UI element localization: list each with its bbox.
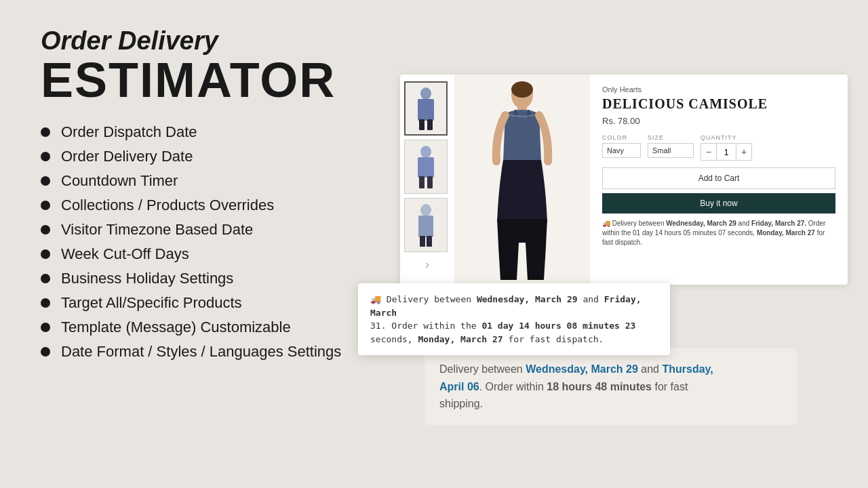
feature-label: Template (Message) Customizable <box>61 319 291 336</box>
add-to-cart-button[interactable]: Add to Cart <box>602 167 835 189</box>
feature-label: Order Dispatch Date <box>61 123 197 141</box>
buy-now-button[interactable]: Buy it now <box>602 193 835 214</box>
svg-rect-3 <box>427 119 433 130</box>
delivery-tooltip-1: 🚚 Delivery between Wednesday, March 29 a… <box>358 283 670 355</box>
feature-label: Date Format / Styles / Languages Setting… <box>61 343 341 361</box>
delivery-info-small: 🚚 Delivery between Wednesday, March 29 a… <box>602 219 835 247</box>
feature-label: Target All/Specific Products <box>61 294 242 312</box>
dispatch-day-1: Monday, March 27 <box>418 334 502 344</box>
bullet-icon <box>41 127 50 137</box>
feature-label: Week Cut-Off Days <box>61 245 189 263</box>
date-start-2: Wednesday, March 29 <box>526 363 638 375</box>
size-label: SIZE <box>648 134 694 141</box>
quantity-increase-button[interactable]: + <box>736 144 751 160</box>
model-svg <box>475 80 570 280</box>
color-select[interactable]: Navy Black White <box>602 143 641 158</box>
svg-point-4 <box>420 146 431 158</box>
list-item: Order Dispatch Date <box>41 123 393 141</box>
date-end-continued: 31. <box>370 321 386 331</box>
bullet-icon <box>41 176 50 186</box>
bullet-icon <box>41 225 50 235</box>
bullet-icon <box>41 298 50 308</box>
quantity-value: 1 <box>716 144 736 160</box>
product-details: Only Hearts DELICIOUS CAMISOLE Rs. 78.00… <box>590 75 848 285</box>
list-item: Visitor Timezone Based Date <box>41 221 393 239</box>
scroll-down-icon[interactable]: › <box>404 258 450 272</box>
svg-point-8 <box>420 204 431 216</box>
svg-rect-11 <box>427 236 432 247</box>
quantity-stepper: − 1 + <box>701 143 752 161</box>
thumbnail-1[interactable] <box>404 81 448 136</box>
svg-rect-2 <box>419 119 425 130</box>
bullet-icon <box>41 323 50 332</box>
feature-label: Countdown Timer <box>61 172 178 190</box>
svg-rect-10 <box>420 236 425 247</box>
svg-rect-1 <box>418 99 434 121</box>
bullet-icon <box>41 274 50 283</box>
bullet-icon <box>41 201 50 210</box>
list-item: Order Delivery Date <box>41 148 393 165</box>
svg-rect-6 <box>419 176 425 188</box>
product-name: DELICIOUS CAMISOLE <box>602 96 835 112</box>
size-option: SIZE Small Medium Large <box>648 134 694 161</box>
svg-point-0 <box>420 87 431 100</box>
list-item: Business Holiday Settings <box>41 270 393 287</box>
product-price: Rs. 78.00 <box>602 116 835 126</box>
list-item: Template (Message) Customizable <box>41 319 393 336</box>
title-line1: Order Delivery <box>41 27 393 56</box>
svg-point-13 <box>511 81 533 98</box>
delivery-tooltip-2: Delivery between Wednesday, March 29 and… <box>425 348 797 425</box>
list-item: Date Format / Styles / Languages Setting… <box>41 343 393 361</box>
product-card: › Only Heart <box>400 75 848 285</box>
feature-list: Order Dispatch Date Order Delivery Date … <box>41 123 393 361</box>
quantity-label: QUANTITY <box>701 134 752 141</box>
thumbnail-3[interactable] <box>404 198 448 252</box>
list-item: Week Cut-Off Days <box>41 245 393 263</box>
truck-icon-1: 🚚 <box>370 294 381 304</box>
list-item: Countdown Timer <box>41 172 393 190</box>
feature-label: Visitor Timezone Based Date <box>61 221 253 239</box>
countdown-1: 01 day 14 hours 08 minutes 23 <box>481 321 635 331</box>
quantity-option: QUANTITY − 1 + <box>701 134 752 161</box>
feature-label: Collections / Products Overrides <box>61 197 274 214</box>
bullet-icon <box>41 152 50 161</box>
color-label: COLOR <box>602 134 641 141</box>
brand-name: Only Hearts <box>602 85 835 94</box>
color-option: COLOR Navy Black White <box>602 134 641 161</box>
list-item: Target All/Specific Products <box>41 294 393 312</box>
options-row: COLOR Navy Black White SIZE Small Medium… <box>602 134 835 161</box>
svg-rect-9 <box>418 216 433 237</box>
quantity-decrease-button[interactable]: − <box>701 144 716 160</box>
product-main-image <box>454 75 590 285</box>
feature-label: Business Holiday Settings <box>61 270 233 287</box>
size-select[interactable]: Small Medium Large <box>648 143 694 158</box>
bullet-icon <box>41 249 50 259</box>
bullet-icon <box>41 347 50 357</box>
thumbnail-2[interactable] <box>404 140 448 194</box>
feature-label: Order Delivery Date <box>61 148 193 165</box>
list-item: Collections / Products Overrides <box>41 197 393 214</box>
title-line2: ESTIMATOR <box>41 56 393 104</box>
left-panel: Order Delivery ESTIMATOR Order Dispatch … <box>41 27 393 367</box>
svg-rect-7 <box>427 176 433 188</box>
svg-rect-5 <box>418 157 434 178</box>
countdown-2: 18 hours 48 minutes <box>547 381 652 392</box>
date-start-1: Wednesday, March 29 <box>477 294 578 304</box>
thumbnail-strip: › <box>400 75 454 285</box>
